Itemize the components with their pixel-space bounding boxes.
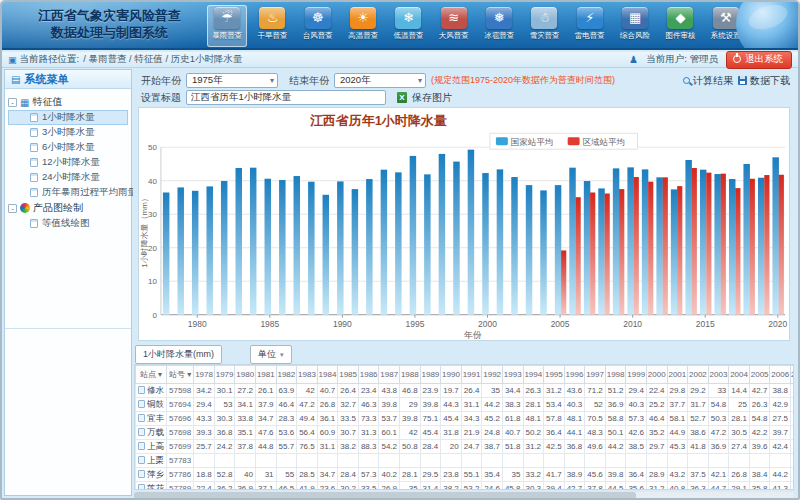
calculate-button[interactable]: 计算结果 [683, 74, 733, 88]
end-year-select[interactable]: 2020年 ▾ [334, 73, 426, 88]
sidebar-title: 系统菜单 [24, 72, 68, 87]
col-header-year[interactable]: 2000 [646, 366, 667, 384]
col-header-year[interactable]: 1993 [502, 366, 523, 384]
save-image-button[interactable]: 保存图片 [412, 91, 452, 105]
value-cell: 42.5 [544, 440, 565, 454]
value-cell: 50.1 [605, 426, 626, 440]
toolbar-item-map-review[interactable]: ◆图件审核 [660, 5, 700, 47]
table-row[interactable]: 上栗57783 [136, 454, 795, 468]
value-cell: 30.3 [214, 412, 235, 426]
value-cell: 40.7 [502, 426, 523, 440]
table-metric-box[interactable]: 1小时降水量(mm) [135, 345, 222, 364]
value-cell: 35 [400, 482, 421, 491]
col-header-year[interactable]: 2005 [749, 366, 770, 384]
table-row[interactable]: 莲花5778922.436.236.937.146.541.923.630.23… [136, 482, 795, 491]
chart-legend[interactable]: 国家站平均区域站平均 [490, 133, 638, 149]
col-header-year[interactable]: 1998 [605, 366, 626, 384]
col-header-year[interactable]: 1980 [235, 366, 256, 384]
table-row[interactable]: 宜丰5769643.330.333.834.728.349.436.133.57… [136, 412, 795, 426]
table-row[interactable]: 上高5769925.724.237.844.855.776.531.138.28… [136, 440, 795, 454]
value-cell: 46.3 [358, 398, 379, 412]
col-header-year[interactable]: 1991 [461, 366, 482, 384]
start-year-select[interactable]: 1975年 ▾ [186, 73, 278, 88]
toolbar-item-label: 图件审核 [665, 31, 695, 41]
col-header-year[interactable]: 1996 [564, 366, 585, 384]
col-header-year[interactable]: 1982 [276, 366, 297, 384]
logout-button[interactable]: 退出系统 [726, 51, 792, 69]
sidebar-header: ▤ 系统菜单 [5, 70, 131, 89]
sidebar-item-rain-24h[interactable]: 24小时降水量 [8, 170, 128, 185]
sidebar-item-contour-map[interactable]: 等值线绘图 [8, 216, 128, 231]
value-cell: 27.5 [770, 412, 791, 426]
col-header-year[interactable]: 1995 [544, 366, 565, 384]
col-header-year[interactable]: 1989 [420, 366, 441, 384]
toolbar-item-gale[interactable]: ≋大风普查 [434, 5, 474, 47]
value-cell: 26.3 [749, 398, 770, 412]
sidebar-item-label: 等值线绘图 [42, 217, 90, 230]
sidebar-item-rain-3h[interactable]: 3小时降水量 [8, 125, 128, 140]
grid-icon: ▦ [20, 97, 29, 108]
sidebar-item-rain-12h[interactable]: 12小时降水量 [8, 155, 128, 170]
col-header-id[interactable]: 站号 ▾ [167, 366, 194, 384]
col-header-year[interactable]: 1992 [482, 366, 503, 384]
sidebar-item-rain-1h[interactable]: 1小时降水量 [8, 110, 128, 125]
value-cell: 38.3 [502, 398, 523, 412]
value-cell: 40.7 [317, 384, 338, 398]
col-header-year[interactable]: 2007 [791, 366, 794, 384]
col-header-year[interactable]: 2006 [770, 366, 791, 384]
col-header-year[interactable]: 1978 [194, 366, 215, 384]
col-header-year[interactable]: 1999 [626, 366, 647, 384]
col-header-year[interactable]: 2001 [667, 366, 688, 384]
toolbar-item-rainstorm[interactable]: ☔暴雨普查 [207, 5, 247, 47]
table-row[interactable]: 萍乡5778618.852.840315528.534.728.457.340.… [136, 468, 795, 482]
col-header-station[interactable]: 站点 ▾ [136, 366, 167, 384]
col-header-year[interactable]: 1994 [523, 366, 544, 384]
col-header-year[interactable]: 2003 [708, 366, 729, 384]
col-header-year[interactable]: 1987 [379, 366, 400, 384]
toolbar-item-snow[interactable]: ☃雪灾普查 [524, 5, 564, 47]
sidebar-group-products[interactable]: -产品图绘制 [8, 200, 128, 216]
col-header-year[interactable]: 1983 [297, 366, 318, 384]
sidebar-item-storm-process-avg[interactable]: 历年暴雨过程平均雨量 [8, 185, 128, 200]
horizontal-scrollbar[interactable] [134, 492, 794, 499]
value-cell: 44.3 [441, 398, 462, 412]
col-header-year[interactable]: 1988 [400, 366, 421, 384]
tree-expander-icon[interactable]: - [8, 204, 17, 213]
legend-label-regional: 区域站平均 [583, 137, 625, 147]
col-header-year[interactable]: 2002 [688, 366, 709, 384]
col-header-year[interactable]: 1979 [214, 366, 235, 384]
col-header-year[interactable]: 1981 [255, 366, 276, 384]
toolbar-item-composite[interactable]: ▦综合风险 [615, 5, 655, 47]
sidebar-group-features[interactable]: -▦特征值 [8, 94, 128, 110]
col-header-year[interactable]: 1985 [338, 366, 359, 384]
toolbar-item-hail[interactable]: ❅冰雹普查 [479, 5, 519, 47]
unit-dropdown[interactable]: 单位 ▾ [250, 345, 292, 364]
col-header-year[interactable]: 1997 [585, 366, 606, 384]
tree-expander-icon[interactable]: - [8, 98, 17, 107]
toolbar-item-high-temp[interactable]: ☀高温普查 [343, 5, 383, 47]
download-button[interactable]: 数据下载 [738, 74, 790, 88]
table-row[interactable]: 铜鼓5769429.45334.137.946.447.226.832.746.… [136, 398, 795, 412]
value-cell: 35.6 [626, 482, 647, 491]
app-title: 江西省气象灾害风险普查 数据处理与制图系统 [12, 7, 207, 41]
col-header-year[interactable]: 1984 [317, 366, 338, 384]
col-header-year[interactable]: 1990 [441, 366, 462, 384]
col-header-year[interactable]: 1986 [358, 366, 379, 384]
breadcrumb[interactable]: / 暴雨普查 / 特征值 / 历史1小时降水量 [83, 53, 242, 66]
toolbar-item-drought[interactable]: ♨干旱普查 [252, 5, 292, 47]
composite-icon: ▦ [622, 7, 648, 29]
toolbar-item-typhoon[interactable]: ☸台风普查 [298, 5, 338, 47]
scrollbar-thumb[interactable] [134, 492, 636, 499]
table-row[interactable]: 修水5759834.230.127.226.163.94240.726.423.… [136, 384, 795, 398]
table-row[interactable]: 万载5769839.336.835.147.653.656.460.930.73… [136, 426, 795, 440]
toolbar-item-lightning[interactable]: ⚡雷电普查 [570, 5, 610, 47]
sidebar-item-rain-6h[interactable]: 6小时降水量 [8, 140, 128, 155]
value-cell: 54.8 [749, 412, 770, 426]
value-cell: 31.7 [688, 398, 709, 412]
value-cell: 28.5 [297, 468, 318, 482]
toolbar-item-label: 台风普查 [303, 31, 333, 41]
col-header-year[interactable]: 2004 [729, 366, 750, 384]
toolbar-item-low-temp[interactable]: ❄低温普查 [388, 5, 428, 47]
chart-title-input[interactable] [186, 90, 386, 105]
station-icon [138, 442, 145, 450]
